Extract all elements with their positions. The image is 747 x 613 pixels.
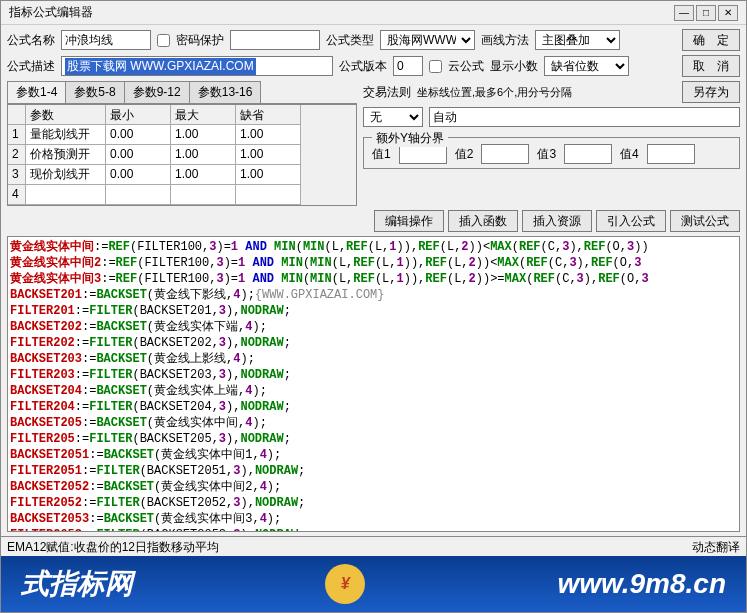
maximize-button[interactable]: □ [696,5,716,21]
minimize-button[interactable]: — [674,5,694,21]
decimal-select[interactable]: 缺省位数 [544,56,629,76]
param-input[interactable] [240,127,296,141]
formula-desc-input[interactable]: 股票下载网 WWW.GPXIAZAI.COM [61,56,333,76]
extra-y-group: 额外Y轴分界 值1 值2 值3 值4 [363,137,740,169]
param-input[interactable] [175,127,231,141]
tab-params-13-16[interactable]: 参数13-16 [189,81,262,103]
test-formula-button[interactable]: 测试公式 [670,210,740,232]
titlebar: 指标公式编辑器 — □ ✕ [1,1,746,25]
param-input[interactable] [110,187,166,201]
version-label: 公式版本 [339,58,387,75]
ok-button[interactable]: 确 定 [682,29,740,51]
watermark: 式指标网 ¥ www.9m8.cn [1,556,746,612]
param-grid: 参数最小最大缺省1234 [8,104,356,205]
watermark-right: www.9m8.cn [557,568,726,600]
cloud-label: 云公式 [448,58,484,75]
coord-hint: 坐标线位置,最多6个,用分号分隔 [417,85,572,100]
formula-type-label: 公式类型 [326,32,374,49]
param-input[interactable] [240,147,296,161]
param-input[interactable] [30,148,101,162]
val3-input[interactable] [564,144,612,164]
close-button[interactable]: ✕ [718,5,738,21]
param-input[interactable] [30,168,101,182]
formula-editor-window: 指标公式编辑器 — □ ✕ 公式名称 密码保护 公式类型 股海网WWW.GU 画… [0,0,747,613]
coord-input[interactable] [429,107,740,127]
param-input[interactable] [175,187,231,201]
param-tabs: 参数1-4 参数5-8 参数9-12 参数13-16 [7,81,357,103]
param-input[interactable] [30,187,101,201]
save-as-button[interactable]: 另存为 [682,81,740,103]
val4-label: 值4 [620,146,639,163]
param-input[interactable] [110,147,166,161]
draw-method-select[interactable]: 主图叠加 [535,30,620,50]
password-label: 密码保护 [176,32,224,49]
tab-params-1-4[interactable]: 参数1-4 [7,81,66,103]
password-input[interactable] [230,30,320,50]
import-formula-button[interactable]: 引入公式 [596,210,666,232]
cancel-button[interactable]: 取 消 [682,55,740,77]
watermark-logo-icon: ¥ [325,564,365,604]
password-checkbox[interactable] [157,34,170,47]
insert-func-button[interactable]: 插入函数 [448,210,518,232]
param-input[interactable] [175,147,231,161]
param-input[interactable] [110,127,166,141]
tab-params-9-12[interactable]: 参数9-12 [124,81,190,103]
trade-rule-label: 交易法则 [363,84,411,101]
extra-y-title: 额外Y轴分界 [372,130,448,147]
window-title: 指标公式编辑器 [9,4,93,21]
status-right: 动态翻译 [692,539,740,554]
formula-desc-label: 公式描述 [7,58,55,75]
decimal-label: 显示小数 [490,58,538,75]
val2-input[interactable] [481,144,529,164]
formula-name-label: 公式名称 [7,32,55,49]
param-input[interactable] [240,187,296,201]
version-input[interactable] [393,56,423,76]
tab-params-5-8[interactable]: 参数5-8 [65,81,124,103]
edit-ops-button[interactable]: 编辑操作 [374,210,444,232]
draw-method-label: 画线方法 [481,32,529,49]
val4-input[interactable] [647,144,695,164]
cloud-checkbox[interactable] [429,60,442,73]
param-input[interactable] [240,167,296,181]
watermark-left: 式指标网 [21,565,133,603]
formula-name-input[interactable] [61,30,151,50]
status-left: EMA12赋值:收盘价的12日指数移动平均 [7,539,219,554]
val1-input[interactable] [399,144,447,164]
formula-type-select[interactable]: 股海网WWW.GU [380,30,475,50]
insert-res-button[interactable]: 插入资源 [522,210,592,232]
param-input[interactable] [110,167,166,181]
val3-label: 值3 [537,146,556,163]
val2-label: 值2 [455,146,474,163]
param-input[interactable] [175,167,231,181]
param-input[interactable] [30,128,101,142]
val1-label: 值1 [372,146,391,163]
trade-rule-select[interactable]: 无 [363,107,423,127]
code-editor[interactable]: 黄金线实体中间:=REF(FILTER100,3)=1 AND MIN(MIN(… [7,236,740,532]
